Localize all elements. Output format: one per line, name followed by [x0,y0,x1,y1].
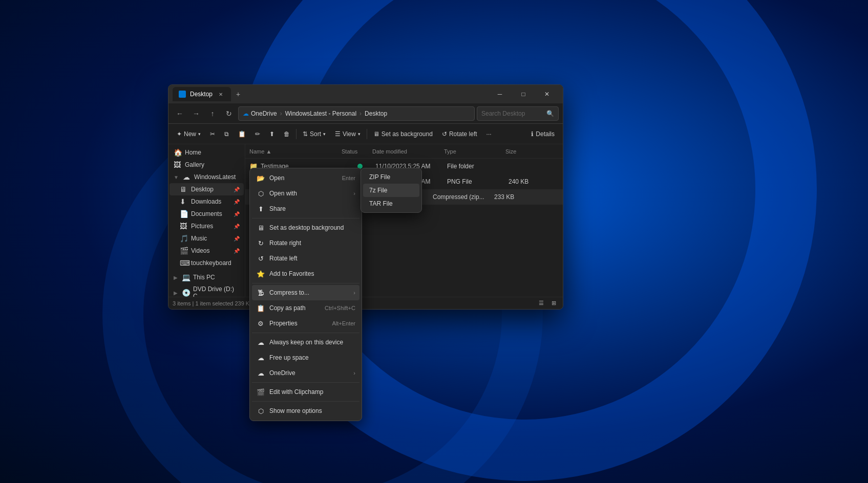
minimize-button[interactable]: ─ [488,85,512,103]
menu-item-onedrive[interactable]: ☁ OneDrive › [252,365,359,381]
submenu-tar[interactable]: TAR File [363,197,419,210]
menu-item-clipchamp[interactable]: 🎬 Edit with Clipchamp [252,384,359,400]
sidebar-item-thispc[interactable]: ▶ 💻 This PC [170,271,244,283]
menu-separator-2 [252,283,359,283]
sidebar-item-downloads[interactable]: ⬇ Downloads 📌 [170,195,244,208]
keyboard-icon: ⌨ [180,259,188,267]
close-button[interactable]: ✕ [535,85,559,103]
rotateleft-icon: ↺ [256,254,265,263]
sidebar-item-pictures[interactable]: 🖼 Pictures 📌 [170,220,244,232]
sidebar-item-windowslatest[interactable]: ▼ ☁ WindowsLatest [170,171,244,183]
menu-separator-1 [252,218,359,218]
sidebar-item-gallery[interactable]: 🖼 Gallery [170,159,244,171]
sidebar-label-touchkeyboard: touchkeyboard [191,259,231,267]
refresh-button[interactable]: ↻ [222,106,236,121]
header-size[interactable]: Size [505,148,546,155]
file-type-1: File folder [447,163,509,170]
details-view-toggle[interactable]: ☰ [536,298,546,309]
back-button[interactable]: ← [173,106,187,121]
tiles-view-toggle[interactable]: ⊞ [548,298,559,309]
menu-separator-3 [252,333,359,333]
menu-item-open[interactable]: 📂 Open Enter [252,170,359,186]
menu-item-share[interactable]: ⬆ Share [252,201,359,216]
copy-icon: ⧉ [224,130,229,138]
search-placeholder: Search Desktop [481,110,525,117]
new-chevron-icon: ▾ [198,131,201,137]
sidebar-item-desktop[interactable]: 🖥 Desktop 📌 [170,183,244,195]
maximize-button[interactable]: □ [512,85,535,103]
onedrive-icon: ☁ [243,110,249,117]
menu-item-properties[interactable]: ⚙ Properties Alt+Enter [252,316,359,331]
menu-label-keepondevice: Always keep on this device [269,339,343,346]
submenu-zip[interactable]: ZIP File [363,170,419,184]
sort-button[interactable]: ⇅ Sort ▾ [299,128,330,140]
details-button[interactable]: ℹ Details [527,128,559,140]
view-chevron-icon: ▾ [358,131,361,137]
menu-item-freespace[interactable]: ☁ Free up space [252,350,359,365]
header-type[interactable]: Type [444,148,505,155]
breadcrumb-onedrive[interactable]: OneDrive [251,110,277,117]
rotate-left-button[interactable]: ↺ Rotate left [438,128,481,140]
header-name[interactable]: Name ▲ [249,148,342,155]
new-icon: ✦ [177,130,182,138]
sep1: › [280,110,282,117]
breadcrumb-desktop[interactable]: Desktop [365,110,387,117]
properties-icon: ⚙ [256,319,265,328]
view-button[interactable]: ☰ View ▾ [331,128,365,140]
menu-item-openwith[interactable]: ⬡ Open with › [252,186,359,201]
menu-label-rotateleft: Rotate left [269,255,298,262]
pictures-icon: 🖼 [180,222,188,230]
expand-icon: ▼ [174,174,179,180]
menu-item-keepondevice[interactable]: ☁ Always keep on this device [252,335,359,350]
menu-item-rotateleft[interactable]: ↺ Rotate left [252,251,359,266]
menu-item-setbackground[interactable]: 🖥 Set as desktop background [252,220,359,235]
delete-button[interactable]: 🗑 [280,128,294,140]
sidebar-item-documents[interactable]: 📄 Documents 📌 [170,208,244,220]
active-tab[interactable]: Desktop ✕ [173,87,231,101]
pin-documents-icon: 📌 [234,211,240,217]
up-button[interactable]: ↑ [205,106,220,121]
cut-button[interactable]: ✂ [206,128,219,140]
menu-item-compress[interactable]: 🗜 Compress to... › [252,285,359,300]
set-background-button[interactable]: 🖥 Set as background [369,128,437,140]
sidebar-label-gallery: Gallery [185,161,204,168]
file-type-2: PNG File [447,178,509,185]
search-box[interactable]: Search Desktop 🔍 [477,106,559,121]
tab-close-button[interactable]: ✕ [217,90,225,98]
menu-item-rotateright[interactable]: ↻ Rotate right [252,235,359,251]
header-status[interactable]: Status [342,148,372,155]
menu-item-copypath[interactable]: 📋 Copy as path Ctrl+Shift+C [252,300,359,316]
new-button[interactable]: ✦ New ▾ [173,128,205,140]
menu-label-openwith: Open with [269,190,297,197]
sidebar-item-dvddrive[interactable]: ▶ 💿 DVD Drive (D:) C [170,283,244,297]
paste-button[interactable]: 📋 [234,128,250,140]
copy-button[interactable]: ⧉ [220,128,233,140]
sidebar-label-music: Music [191,235,207,242]
sidebar-item-touchkeyboard[interactable]: ⌨ touchkeyboard [170,257,244,269]
sidebar-label-thispc: This PC [193,274,215,281]
pin-pictures-icon: 📌 [234,224,240,229]
rename-button[interactable]: ✏ [251,128,264,140]
share-button[interactable]: ⬆ [265,128,279,140]
tar-label: TAR File [369,200,393,207]
breadcrumb-windowslatest[interactable]: WindowsLatest - Personal [285,110,356,117]
more-options-button[interactable]: ··· [482,128,496,140]
nav-bar: ← → ↑ ↻ ☁ OneDrive › WindowsLatest - Per… [168,103,563,124]
new-tab-button[interactable]: + [231,87,245,101]
toolbar-separator [296,129,297,139]
downloads-icon: ⬇ [180,197,188,206]
menu-item-moreoptions[interactable]: ⬡ Show more options [252,403,359,419]
forward-button[interactable]: → [189,106,203,121]
sep2: › [359,110,362,117]
submenu-7z[interactable]: 7z File [363,184,419,197]
more-icon: ··· [486,130,492,138]
address-bar[interactable]: ☁ OneDrive › WindowsLatest - Personal › … [238,106,475,121]
sort-label: Sort [310,130,321,138]
copypath-shortcut: Ctrl+Shift+C [325,305,355,311]
sidebar-item-music[interactable]: 🎵 Music 📌 [170,232,244,245]
sidebar-item-home[interactable]: 🏠 Home [170,146,244,159]
home-icon: 🏠 [174,148,182,157]
header-date[interactable]: Date modified [372,148,444,155]
menu-item-favorites[interactable]: ⭐ Add to Favorites [252,266,359,281]
sidebar-item-videos[interactable]: 🎬 Videos 📌 [170,245,244,257]
